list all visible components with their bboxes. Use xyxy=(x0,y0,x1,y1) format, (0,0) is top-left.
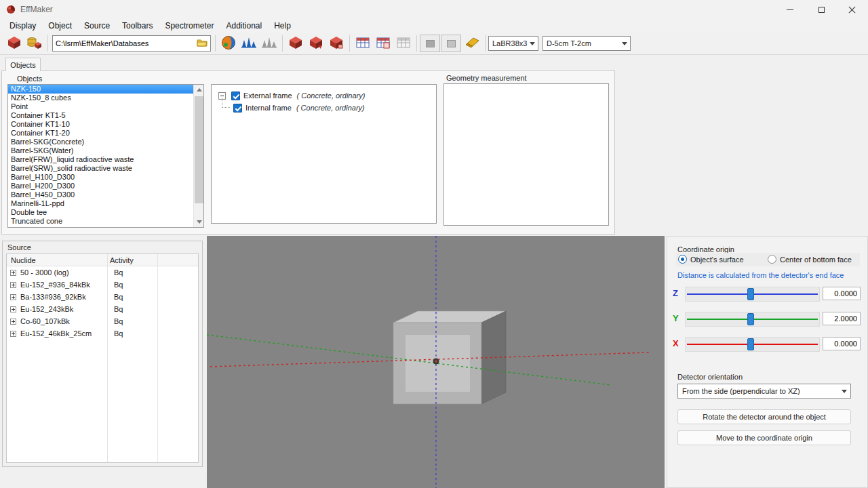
z-value-input[interactable] xyxy=(823,287,861,300)
expand-icon[interactable] xyxy=(10,270,16,276)
table-button-1[interactable] xyxy=(353,35,373,53)
table-row[interactable]: Eu-152_46kBk_25cm Bq xyxy=(7,327,198,340)
database-path-field xyxy=(52,35,211,52)
clear-button[interactable] xyxy=(462,35,482,53)
radio-objects-surface[interactable]: Object's surface xyxy=(678,255,744,264)
open-folder-icon xyxy=(197,38,208,49)
geometry-measurement-box xyxy=(443,83,609,226)
tree-connector xyxy=(222,98,222,108)
cube-tool-button-2[interactable] xyxy=(306,35,326,53)
new-cube-button[interactable] xyxy=(4,35,24,53)
column-header-activity[interactable]: Activity xyxy=(110,256,134,264)
activity-cell: Bq xyxy=(114,281,123,289)
detector-combo-value: LaBR38x3 xyxy=(492,39,527,47)
z-slider[interactable] xyxy=(685,287,820,302)
table-row[interactable]: 50 - 3000 (log) Bq xyxy=(7,266,198,279)
scroll-up-icon[interactable] xyxy=(194,85,204,95)
z-slider-thumb[interactable] xyxy=(747,288,754,300)
spectrum-gray-button[interactable] xyxy=(259,35,279,53)
3d-viewport[interactable] xyxy=(207,236,665,488)
radio-center-bottom[interactable]: Center of bottom face xyxy=(768,255,852,264)
menu-help[interactable]: Help xyxy=(268,20,297,32)
list-item[interactable]: Container KT1-20 xyxy=(8,129,203,138)
menu-spectrometer[interactable]: Spectrometer xyxy=(159,20,220,32)
panel-toggle-button-2[interactable] xyxy=(441,35,461,52)
x-slider-thumb[interactable] xyxy=(747,338,754,350)
minimize-button[interactable] xyxy=(774,0,806,19)
scroll-down-icon[interactable] xyxy=(194,217,204,227)
list-item[interactable]: Container KT1-5 xyxy=(8,111,203,120)
list-item[interactable]: NZK-150 xyxy=(8,85,203,94)
list-item[interactable]: Barrel_H200_D300 xyxy=(8,182,203,190)
list-item[interactable]: Point xyxy=(8,102,203,111)
list-item[interactable]: Double tee xyxy=(8,208,203,217)
spectrum-blue-button[interactable] xyxy=(239,35,259,53)
list-item[interactable]: Barrel_H100_D300 xyxy=(8,173,203,182)
table-row[interactable]: Eu-152_243kBk Bq xyxy=(7,303,198,315)
expand-icon[interactable] xyxy=(10,282,16,288)
y-slider-thumb[interactable] xyxy=(747,313,754,325)
table-button-3[interactable] xyxy=(393,35,414,53)
menu-object[interactable]: Object xyxy=(42,20,78,32)
list-item[interactable]: Container KT1-10 xyxy=(8,120,203,129)
menu-additional[interactable]: Additional xyxy=(220,20,268,32)
panel-toggle-button-1[interactable] xyxy=(420,35,440,52)
radio-center-bottom-label: Center of bottom face xyxy=(780,256,852,264)
geometry-combo-value: D-5cm T-2cm xyxy=(547,39,591,47)
y-axis-label: Y xyxy=(673,313,679,323)
open-source-button[interactable] xyxy=(24,35,45,53)
menu-display[interactable]: Display xyxy=(3,20,42,32)
rotate-detector-button-label: Rotate the detector around the object xyxy=(703,413,826,421)
move-to-origin-button-label: Move to the coordinate origin xyxy=(716,434,812,442)
internal-frame-checkbox[interactable] xyxy=(233,104,242,113)
menu-source[interactable]: Source xyxy=(78,20,116,32)
orientation-combo[interactable]: From the side (perpendicular to XZ) xyxy=(677,384,851,399)
database-path-input[interactable] xyxy=(53,39,194,47)
toolbar-separator xyxy=(485,35,486,52)
cube-tool-button-3[interactable] xyxy=(326,35,347,53)
list-item[interactable]: Barrel_H450_D300 xyxy=(8,190,203,199)
table-button-2[interactable] xyxy=(373,35,393,53)
globe-button[interactable] xyxy=(218,35,239,53)
expand-icon[interactable] xyxy=(10,306,16,312)
browse-folder-button[interactable] xyxy=(194,36,210,51)
external-frame-checkbox[interactable] xyxy=(231,92,240,100)
table-row[interactable]: Co-60_107kBk Bq xyxy=(7,315,198,327)
list-item[interactable]: Barrel-SKG(Water) xyxy=(8,146,203,155)
maximize-button[interactable] xyxy=(806,0,837,19)
y-value-input[interactable] xyxy=(823,312,861,325)
origin-marker-dot xyxy=(435,360,437,363)
expand-icon[interactable] xyxy=(10,294,16,300)
list-item[interactable]: NZK-150_8 cubes xyxy=(8,94,203,102)
close-button[interactable] xyxy=(837,0,868,19)
y-slider[interactable] xyxy=(685,312,820,327)
nuclide-cell: Eu-152_#936_84kBk xyxy=(20,281,90,289)
column-header-nuclide[interactable]: Nuclide xyxy=(11,256,36,264)
source-table: Nuclide Activity 50 - 3000 (log) Bq Eu-1… xyxy=(6,253,199,463)
geometry-combo[interactable]: D-5cm T-2cm xyxy=(542,36,631,51)
rotate-detector-button[interactable]: Rotate the detector around the object xyxy=(677,409,851,424)
expand-icon[interactable] xyxy=(10,331,16,337)
expand-icon[interactable] xyxy=(10,319,16,325)
activity-cell: Bq xyxy=(114,268,123,277)
red-cube-run-icon xyxy=(288,36,303,52)
move-to-origin-button[interactable]: Move to the coordinate origin xyxy=(677,430,851,445)
list-item[interactable]: Barrel(FRW)_liquid radioactive waste xyxy=(8,155,203,164)
window-title: EffMaker xyxy=(20,5,53,14)
cube-tool-button-1[interactable] xyxy=(285,35,306,53)
table-row[interactable]: Eu-152_#936_84kBk Bq xyxy=(7,279,198,291)
detector-combo[interactable]: LaBR38x3 xyxy=(488,36,538,51)
x-value-input[interactable] xyxy=(823,337,861,350)
list-item[interactable]: Marinelli-1L-ppd xyxy=(8,199,203,208)
list-item[interactable]: Truncated cone xyxy=(8,217,203,226)
table-row[interactable]: Ba-133#936_92kBk Bq xyxy=(7,291,198,303)
tab-objects[interactable]: Objects xyxy=(5,58,41,71)
list-item[interactable]: Barrel-SKG(Concrete) xyxy=(8,138,203,146)
distance-note: Distance is calculated from the detector… xyxy=(677,271,844,279)
menu-toolbars[interactable]: Toolbars xyxy=(116,20,159,32)
x-slider[interactable] xyxy=(685,337,820,352)
objects-panel-label: Objects xyxy=(17,75,42,83)
list-item[interactable]: Barrel(SRW)_solid radioactive waste xyxy=(8,164,203,173)
objects-list-scrollbar[interactable] xyxy=(193,85,203,227)
scrollbar-thumb[interactable] xyxy=(195,96,203,203)
